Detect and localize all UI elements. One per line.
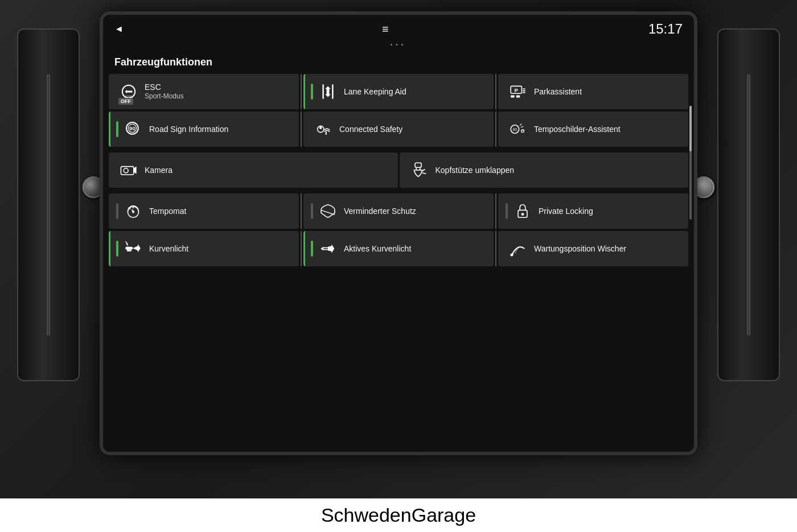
separator bbox=[301, 112, 302, 147]
svg-rect-20 bbox=[415, 163, 421, 167]
watermark: SchwedenGarage bbox=[0, 498, 797, 532]
fn-aktives-kurvenlicht[interactable]: Aktives Kurvenlicht bbox=[303, 231, 494, 266]
svg-point-12 bbox=[319, 126, 322, 129]
function-row-3: Kamera Kop bbox=[109, 152, 688, 188]
road-sign-label: Road Sign Information bbox=[149, 124, 228, 134]
kurvenlicht-icon bbox=[123, 238, 143, 259]
svg-point-32 bbox=[510, 254, 513, 257]
lane-keeping-label: Lane Keeping Aid bbox=[344, 86, 406, 97]
svg-rect-7 bbox=[516, 95, 520, 97]
lock-icon bbox=[512, 201, 533, 221]
svg-rect-17 bbox=[121, 167, 133, 175]
separator bbox=[495, 231, 496, 266]
vent-slot-left bbox=[47, 74, 50, 336]
inactive-bar bbox=[311, 203, 313, 219]
esc-label: ESC Sport-Modus bbox=[145, 82, 184, 101]
svg-point-24 bbox=[132, 211, 134, 213]
camera-icon bbox=[118, 160, 139, 180]
off-badge: OFF bbox=[118, 98, 133, 105]
fn-connected-safety[interactable]: Connected Safety bbox=[303, 112, 494, 147]
kopfstuetze-label: Kopfstütze umklappen bbox=[436, 165, 515, 175]
tempomat-icon bbox=[123, 201, 143, 221]
separator bbox=[301, 74, 302, 109]
headrest-icon bbox=[409, 160, 430, 180]
function-row-5: Kurvenlicht Aktives bbox=[109, 231, 688, 266]
fn-wartungsposition[interactable]: Wartungsposition Wischer bbox=[498, 231, 688, 266]
svg-point-27 bbox=[521, 213, 524, 216]
svg-point-19 bbox=[124, 168, 128, 173]
private-locking-label: Private Locking bbox=[539, 206, 593, 216]
vent-left bbox=[17, 28, 80, 381]
vent-slot-right bbox=[747, 74, 750, 336]
vent-right bbox=[717, 28, 780, 381]
screen-bezel: ◄ ≡ 15:17 ••• Fahrzeugfunktionen OFF ESC bbox=[100, 11, 697, 455]
kamera-label: Kamera bbox=[145, 165, 172, 175]
aktives-kurvenlicht-label: Aktives Kurvenlicht bbox=[344, 244, 411, 254]
car-surround: ◄ ≡ 15:17 ••• Fahrzeugfunktionen OFF ESC bbox=[0, 0, 797, 532]
fn-verminderter[interactable]: Verminderter Schutz bbox=[303, 193, 494, 229]
connected-safety-icon bbox=[313, 119, 334, 139]
separator bbox=[301, 231, 302, 266]
svg-rect-2 bbox=[322, 84, 323, 99]
temposchilder-icon: 80 bbox=[508, 119, 528, 139]
page-dots: ••• bbox=[103, 42, 694, 48]
svg-point-13 bbox=[326, 134, 327, 135]
tempomat-label: Tempomat bbox=[149, 206, 186, 216]
fn-tempomat[interactable]: Tempomat bbox=[109, 193, 299, 229]
svg-text:90: 90 bbox=[129, 125, 135, 131]
active-bar bbox=[116, 121, 118, 137]
lane-keeping-icon bbox=[318, 81, 338, 102]
fn-temposchilder[interactable]: 80 Temposchilder-Assistent bbox=[498, 112, 688, 147]
section-title: Fahrzeugfunktionen bbox=[103, 53, 694, 74]
aktives-kurvenlicht-icon bbox=[318, 238, 338, 259]
wiper-icon bbox=[508, 238, 528, 259]
svg-rect-29 bbox=[127, 250, 132, 251]
active-bar bbox=[311, 241, 313, 257]
function-row-2: 90 Road Sign Information bbox=[109, 112, 688, 147]
fn-esc[interactable]: OFF ESC ESC Sport-Modus bbox=[109, 74, 299, 109]
separator bbox=[495, 112, 496, 147]
fn-kamera[interactable]: Kamera bbox=[109, 152, 398, 188]
active-bar bbox=[311, 84, 313, 100]
screen: ◄ ≡ 15:17 ••• Fahrzeugfunktionen OFF ESC bbox=[103, 15, 694, 452]
back-arrow-icon[interactable]: ◄ bbox=[114, 24, 124, 34]
function-row-1: OFF ESC ESC Sport-Modus bbox=[109, 74, 688, 109]
temposchilder-label: Temposchilder-Assistent bbox=[534, 124, 621, 134]
status-bar: ◄ ≡ 15:17 bbox=[103, 15, 694, 40]
kurvenlicht-label: Kurvenlicht bbox=[149, 244, 188, 254]
park-icon: P bbox=[508, 81, 528, 102]
fn-private-locking[interactable]: Private Locking bbox=[498, 193, 688, 229]
wartungsposition-label: Wartungsposition Wischer bbox=[534, 244, 626, 254]
verminderter-label: Verminderter Schutz bbox=[344, 206, 416, 216]
fn-kopfstuetze[interactable]: Kopfstütze umklappen bbox=[400, 152, 689, 188]
function-row-4: Tempomat Verminderter Schutz bbox=[109, 193, 688, 229]
inactive-bar bbox=[116, 203, 118, 219]
menu-icon[interactable]: ≡ bbox=[382, 23, 390, 36]
svg-text:80: 80 bbox=[513, 127, 517, 131]
separator bbox=[495, 74, 496, 109]
svg-rect-6 bbox=[511, 95, 514, 97]
fn-parkassistent[interactable]: P Parkassistent bbox=[498, 74, 688, 109]
separator bbox=[301, 193, 302, 229]
parkassistent-label: Parkassistent bbox=[534, 86, 582, 97]
road-sign-icon: 90 bbox=[123, 119, 143, 139]
svg-text:P: P bbox=[515, 87, 519, 93]
svg-rect-28 bbox=[125, 247, 133, 250]
svg-rect-3 bbox=[332, 84, 333, 99]
fn-road-sign[interactable]: 90 Road Sign Information bbox=[109, 112, 299, 147]
fn-lane-keeping[interactable]: Lane Keeping Aid bbox=[303, 74, 494, 109]
scroll-bar[interactable] bbox=[689, 106, 692, 220]
inactive-bar bbox=[506, 203, 508, 219]
scroll-thumb[interactable] bbox=[689, 106, 692, 151]
protection-icon bbox=[318, 201, 338, 221]
separator bbox=[495, 193, 496, 229]
clock: 15:17 bbox=[648, 21, 683, 37]
connected-safety-label: Connected Safety bbox=[339, 124, 402, 134]
active-bar bbox=[116, 241, 118, 257]
fn-kurvenlicht[interactable]: Kurvenlicht bbox=[109, 231, 299, 266]
